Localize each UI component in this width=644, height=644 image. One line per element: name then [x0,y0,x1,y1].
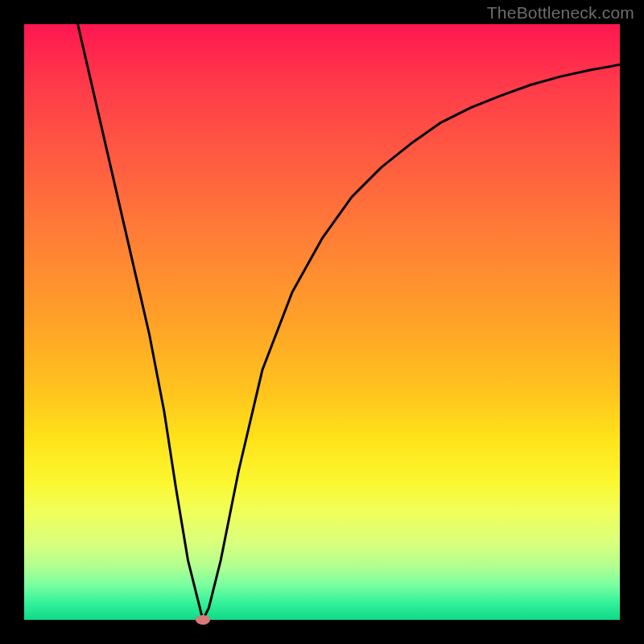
watermark-text: TheBottleneck.com [487,3,634,23]
curve-svg [24,24,620,620]
curve-path [78,24,620,620]
minimum-marker [196,615,210,625]
plot-area [24,24,620,620]
chart-frame: TheBottleneck.com [0,0,644,644]
